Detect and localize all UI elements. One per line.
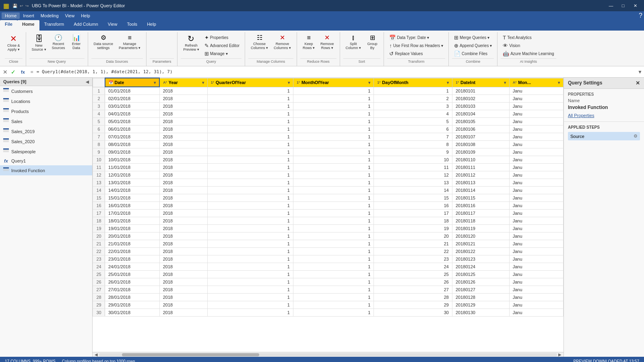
table-row[interactable]: 2525/01/20182018112520180125Janu xyxy=(93,271,564,278)
table-row[interactable]: 1414/01/20182018111420180114Janu xyxy=(93,187,564,194)
table-row[interactable]: 1313/01/20182018111320180113Janu xyxy=(93,179,564,187)
query-item-sales_2019[interactable]: Sales_2019 xyxy=(0,126,92,136)
tab-tools[interactable]: Tools xyxy=(122,20,142,31)
table-row[interactable]: 2929/01/20182018112920180129Janu xyxy=(93,301,564,309)
table-row[interactable]: 2121/01/20182018112120180121Janu xyxy=(93,240,564,248)
combine-files-btn[interactable]: 📄 Combine Files xyxy=(452,50,494,58)
filter-icon-monthofyear[interactable]: ▾ xyxy=(368,80,370,85)
menu-help[interactable]: Help xyxy=(78,12,93,19)
menu-insert[interactable]: Insert xyxy=(20,12,37,19)
formula-expand-icon[interactable]: ▼ xyxy=(638,69,642,75)
remove-columns-btn[interactable]: ✕ RemoveColumns ▾ xyxy=(271,34,293,51)
group-by-btn[interactable]: ⊞ GroupBy xyxy=(364,34,380,51)
header-quarterofyear[interactable]: 1²QuarterOfYear▾ xyxy=(207,78,293,87)
query-item-locations[interactable]: Locations xyxy=(0,96,92,106)
merge-queries-btn[interactable]: ⊞ Merge Queries ▾ xyxy=(452,34,494,41)
data-grid-wrapper[interactable]: 📅Date▾A²Year▾1²QuarterOfYear▾1²MonthOfYe… xyxy=(93,78,564,352)
collapse-queries-btn[interactable]: ◀ xyxy=(86,80,89,84)
tab-view[interactable]: View xyxy=(103,20,122,31)
formula-confirm-icon[interactable]: ✓ xyxy=(10,68,17,76)
formula-input[interactable] xyxy=(37,69,636,74)
query-item-customers[interactable]: Customers xyxy=(0,86,92,96)
tab-help[interactable]: Help xyxy=(142,20,161,31)
table-row[interactable]: 3030/01/20182018113020180130Janu xyxy=(93,309,564,317)
properties-btn[interactable]: ✦ Properties xyxy=(202,34,242,41)
query-item-invoked-function[interactable]: Invoked Function xyxy=(0,165,92,175)
header-dayofmonth[interactable]: 1²DayOfMonth▾ xyxy=(374,78,452,87)
tab-home[interactable]: Home xyxy=(17,20,39,31)
table-row[interactable]: 2727/01/20182018112720180127Janu xyxy=(93,286,564,294)
table-row[interactable]: 2424/01/20182018112420180124Janu xyxy=(93,263,564,271)
refresh-preview-btn[interactable]: ↻ RefreshPreview ▾ xyxy=(181,34,202,52)
close-apply-btn[interactable]: ✕ Close &Apply ▾ xyxy=(5,34,23,52)
menu-home[interactable]: Home xyxy=(2,12,20,19)
data-type-btn[interactable]: 📅 Data Type: Date ▾ xyxy=(387,34,445,41)
first-row-header-btn[interactable]: ↑ Use First Row as Headers ▾ xyxy=(387,42,445,49)
header-year[interactable]: A²Year▾ xyxy=(159,78,207,87)
menu-modeling[interactable]: Modeling xyxy=(37,12,62,19)
table-row[interactable]: 1212/01/20182018111220180112Janu xyxy=(93,171,564,179)
query-item-query1[interactable]: fxQuery1 xyxy=(0,156,92,165)
header-date[interactable]: 📅Date▾ xyxy=(105,78,160,87)
filter-icon-dateint[interactable]: ▾ xyxy=(504,80,506,85)
menu-view[interactable]: View xyxy=(62,12,78,19)
filter-icon-dayofmonth[interactable]: ▾ xyxy=(447,80,449,85)
table-row[interactable]: 909/01/2018201811920180109Janu xyxy=(93,148,564,156)
header-mon...[interactable]: A²Mon...▾ xyxy=(509,78,563,87)
scroll-thumb[interactable] xyxy=(122,353,259,356)
recent-sources-btn[interactable]: 🕐 RecentSources xyxy=(50,34,68,51)
table-row[interactable]: 1616/01/20182018111620180116Janu xyxy=(93,202,564,210)
filter-icon-date[interactable]: ▾ xyxy=(154,80,156,85)
fx-button[interactable]: fx xyxy=(19,70,27,74)
table-row[interactable]: 101/01/2018201811120180101Janu xyxy=(93,87,564,95)
text-analytics-btn[interactable]: T Text Analytics xyxy=(501,34,556,41)
enter-data-btn[interactable]: 📊 EnterData xyxy=(68,34,85,51)
filter-icon-quarterofyear[interactable]: ▾ xyxy=(288,80,290,85)
header-monthofyear[interactable]: 1²MonthOfYear▾ xyxy=(293,78,374,87)
table-row[interactable]: 2828/01/20182018112820180128Janu xyxy=(93,294,564,301)
keep-rows-btn[interactable]: ≡ KeepRows ▾ xyxy=(300,34,317,51)
new-source-btn[interactable]: 🗄 NewSource ▾ xyxy=(29,34,49,52)
table-row[interactable]: 2323/01/20182018112320180123Janu xyxy=(93,255,564,263)
vision-btn[interactable]: 👁 Vision xyxy=(501,42,556,49)
horizontal-scrollbar[interactable]: ◀ ▶ xyxy=(93,352,564,357)
advanced-editor-btn[interactable]: ✎ Advanced Editor xyxy=(202,42,242,49)
split-column-btn[interactable]: ⫿ SplitColumn ▾ xyxy=(343,34,364,51)
table-row[interactable]: 1919/01/20182018111920180119Janu xyxy=(93,225,564,232)
query-item-sales[interactable]: Sales xyxy=(0,116,92,126)
table-row[interactable]: 1515/01/20182018111520180115Janu xyxy=(93,194,564,202)
table-row[interactable]: 505/01/2018201811520180105Janu xyxy=(93,118,564,125)
close-btn[interactable]: ✕ xyxy=(630,2,641,10)
scroll-right-btn[interactable]: ▶ xyxy=(557,352,563,357)
table-row[interactable]: 2020/01/20182018112020180120Janu xyxy=(93,232,564,240)
filter-icon-mon...[interactable]: ▾ xyxy=(558,80,560,85)
table-row[interactable]: 808/01/2018201811820180108Janu xyxy=(93,141,564,148)
tab-transform[interactable]: Transform xyxy=(39,20,69,31)
filter-icon-year[interactable]: ▾ xyxy=(202,80,204,85)
table-row[interactable]: 404/01/2018201811420180104Janu xyxy=(93,110,564,118)
table-row[interactable]: 1111/01/20182018111120180111Janu xyxy=(93,164,564,171)
minimize-btn[interactable]: — xyxy=(605,2,617,10)
choose-columns-btn[interactable]: ☷ ChooseColumns ▾ xyxy=(248,34,270,51)
table-row[interactable]: 1717/01/20182018111720180117Janu xyxy=(93,210,564,217)
scroll-left-btn[interactable]: ◀ xyxy=(93,352,99,357)
formula-cancel-icon[interactable]: ✕ xyxy=(2,68,9,76)
query-item-products[interactable]: Products xyxy=(0,106,92,116)
tab-add-column[interactable]: Add Column xyxy=(69,20,103,31)
table-row[interactable]: 1818/01/20182018111820180118Janu xyxy=(93,217,564,225)
all-properties-link[interactable]: All Properties xyxy=(568,113,594,118)
table-row[interactable]: 606/01/2018201811620180106Janu xyxy=(93,125,564,133)
query-item-sales_2020[interactable]: Sales_2020 xyxy=(0,136,92,146)
remove-rows-btn[interactable]: ✕ RemoveRows ▾ xyxy=(318,34,336,51)
maximize-btn[interactable]: □ xyxy=(617,2,629,10)
table-row[interactable]: 2222/01/20182018112220180122Janu xyxy=(93,248,564,255)
qs-close-btn[interactable]: ✕ xyxy=(636,80,640,86)
help-icon[interactable]: ? xyxy=(639,12,642,19)
step-gear-icon[interactable]: ⚙ xyxy=(634,134,638,139)
azure-ml-btn[interactable]: 🤖 Azure Machine Learning xyxy=(501,50,556,58)
append-queries-btn[interactable]: ⊕ Append Queries ▾ xyxy=(452,42,494,49)
tab-file[interactable]: File xyxy=(0,20,17,31)
query-item-salespeople[interactable]: Salespeople xyxy=(0,146,92,156)
table-row[interactable]: 707/01/2018201811720180107Janu xyxy=(93,133,564,141)
header-dateint[interactable]: 1²DateInt▾ xyxy=(452,78,509,87)
